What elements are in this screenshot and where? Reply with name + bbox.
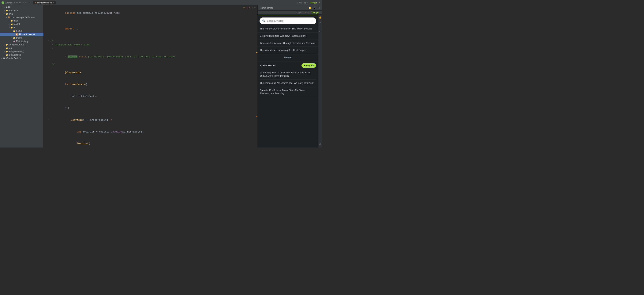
zoom-out-icon[interactable]: − [319,26,321,29]
arrow-res: ▸ [3,47,5,49]
sidebar-item-gradle[interactable]: ▸ 🐘 Gradle Scripts [0,57,44,60]
code-view-btn[interactable]: Code [297,2,302,4]
zoom-in-icon[interactable]: + [319,21,321,24]
more-button[interactable]: MORE [258,54,318,61]
package-icon: 📦 [8,16,10,19]
fold-marker-scaffold[interactable]: ▾ [48,114,50,126]
folder-icon-java-gen: 📁 [5,43,8,46]
code-line-val-modifier: val modifier = Modifier.padding(innerPad… [48,126,258,138]
tab-label: HomeScreen.kt [38,2,52,4]
code-line-package: package com.example.hellonews.ui.home [48,7,258,19]
sidebar-item-model[interactable]: ▸ 📁 model [0,23,44,26]
minus-icon[interactable]: — [28,2,30,4]
label-java: java [8,13,13,15]
arrow-data: ▸ [8,20,10,22]
marker-composable [48,67,50,79]
code-line-fun: fun HomeScreen( [48,79,258,91]
article-title-4: The New Method to Making Breakfast Crepe… [260,49,306,52]
sidebar-item-home[interactable]: ▾ 📁 home [0,29,44,33]
search-more-icon[interactable]: ⋮ [310,19,314,23]
nav-icon-1[interactable]: ⊞ [16,1,18,4]
error-icon: ⚠ [247,6,248,10]
top-bar-right: Code Split Design ✓ [297,1,320,4]
code-text-comment1: /** [50,39,258,43]
sidebar-item-java[interactable]: ▾ 📁 java [0,12,44,16]
sidebar-item-homescreen[interactable]: K HomeScreen.kt [0,33,44,36]
preview-icon-3[interactable]: ⬡ [318,7,320,9]
grid-icon[interactable]: ⊞ [319,143,321,146]
hand-icon[interactable]: ✋ [319,16,322,19]
code-editor[interactable]: ⚠ 5 ⚠ 1 ∧ ∨ package com.example.hellonew… [44,5,258,148]
preview-icon-1[interactable]: 🔔 [308,7,312,9]
main-layout: ▾ ▪ app ▸ 📁 manifests ▾ 📁 java ▾ 📦 com.e… [0,5,322,148]
tab-homescreen[interactable]: K HomeScreen.kt ✕ [33,1,56,4]
sidebar-item-theme[interactable]: ▸ 📁 theme [0,36,44,40]
article-item-4[interactable]: The New Method to Making Breakfast Crepe… [258,47,318,54]
marker-postlist [48,138,50,148]
arrow-ui: ▾ [8,27,10,29]
sidebar-item-ui-packages[interactable]: ▸ 📁 ui-packages [0,53,44,57]
nav-icon-2[interactable]: ☰ [19,1,21,4]
label-model: model [14,23,20,26]
label-homescreen: HomeScreen.kt [19,33,35,36]
split-mode-btn[interactable]: Split [303,11,310,14]
sidebar-item-manifests[interactable]: ▸ 📁 manifests [0,9,44,12]
code-mode-btn[interactable]: Code [295,11,303,14]
label-gradle: Gradle Scripts [6,57,21,60]
sidebar-item-ui[interactable]: ▾ 📁 ui [0,26,44,29]
code-text-fun: fun HomeScreen( [50,79,258,91]
android-label: Android [5,2,12,4]
sidebar-item-res[interactable]: ▸ 📁 res [0,46,44,50]
settings-icon[interactable]: ⚙ [25,1,26,4]
folder-icon-app: ▪ [3,6,6,8]
article-item-1[interactable]: The Wonderful Architectures of This Wint… [258,25,318,33]
code-text-comment-end: */ [50,63,258,67]
split-view-btn[interactable]: Split [304,2,308,4]
label-res: res [8,47,12,50]
play-all-button[interactable]: ▶ Play All [302,63,316,68]
sidebar-item-mainactivity[interactable]: 🤖 MainActivity [0,40,44,43]
article-item-3[interactable]: Timeless Architecture, Through Decades a… [258,40,318,47]
sidebar-item-app[interactable]: ▾ ▪ app [0,5,44,9]
folder-icon-data: 📁 [10,19,13,22]
android-file-icon: 🤖 [13,40,16,43]
marker-param [48,51,50,63]
warning-icon: ⚠ [243,6,244,10]
search-placeholder[interactable]: Search Articles [267,19,309,22]
folder-icon-res-gen: 📁 [5,50,8,53]
preview-icon-2[interactable]: 📱 [313,7,316,9]
audio-section: Audio Stories ▶ Play All Wondering Hour:… [258,61,318,98]
tab-close-btn[interactable]: ✕ [52,2,54,4]
label-theme: theme [16,37,22,39]
code-line-import: import ... [48,23,258,35]
search-bar[interactable]: 🔍 Search Articles ⋮ [260,18,316,24]
sidebar-item-package[interactable]: ▾ 📦 com.example.hellonews [0,16,44,19]
gradle-icon: 🐘 [3,57,6,60]
article-item-2[interactable]: Creating Butterflies With New Transparen… [258,33,318,40]
code-text-postlist: PostList( [50,138,258,148]
label-home: home [16,30,22,32]
marker-c3 [48,47,50,51]
folder-icon-ui: 📁 [10,26,13,29]
audio-item-2[interactable]: The Stories and Adventures That We Carry… [260,80,316,87]
navigate-up[interactable]: ∧ [252,6,253,10]
sidebar-item-data[interactable]: ▸ 📁 data [0,19,44,23]
label-manifests: manifests [8,9,18,12]
label-ui: ui [14,26,15,29]
fold-marker-1[interactable]: ▾ [48,39,50,43]
audio-item-3[interactable]: Episode 11 - Science Based Tools For Sle… [260,87,316,97]
navigate-down[interactable]: ∨ [254,6,256,10]
dropdown-arrow[interactable]: ▾ [14,1,15,4]
code-text-scaffold: Scaffold() { innerPadding -> [50,114,258,126]
nav-icon-3[interactable]: ⊡ [22,1,24,4]
design-view-btn[interactable]: Design [310,2,317,4]
fold-marker-2[interactable]: ▾ [48,102,50,114]
code-text-param: * @param posts (List<Post>) placeholder … [50,51,258,63]
sidebar-item-java-gen[interactable]: ▸ 📁 java (generated) [0,43,44,46]
file-tree-sidebar: ▾ ▪ app ▸ 📁 manifests ▾ 📁 java ▾ 📦 com.e… [0,5,44,148]
audio-item-1[interactable]: Wondering Hour: A Childhood Story, Grizz… [260,69,316,80]
kotlin-tab-icon: K [35,2,36,4]
label-mainactivity: MainActivity [16,40,28,43]
design-mode-btn[interactable]: Design [310,11,320,14]
sidebar-item-res-gen[interactable]: ▸ 📁 res (generated) [0,50,44,53]
